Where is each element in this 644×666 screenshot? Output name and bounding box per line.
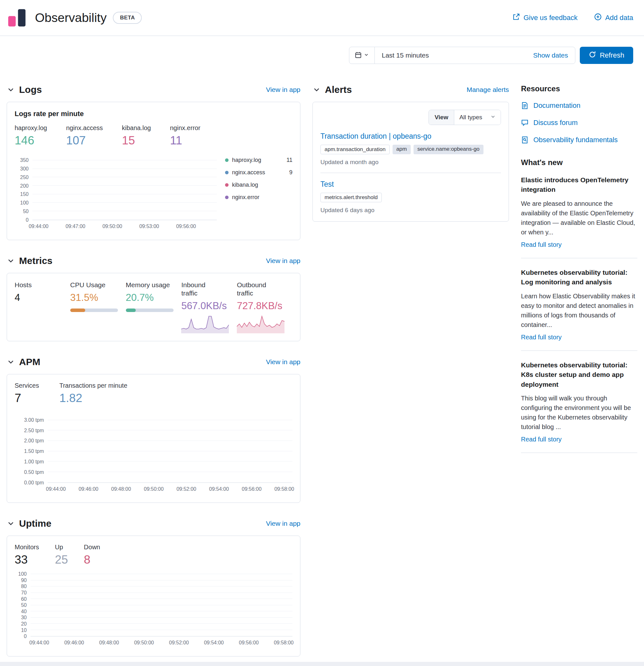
alert-type-select[interactable]: All types [454,110,501,125]
header-links: Give us feedback Add data [513,13,633,22]
logs-stat-nginx-access: nginx.access 107 [66,124,103,147]
news-list: Elastic introduces OpenTelemetry integra… [521,175,637,453]
page-bottom-strip [0,662,644,666]
show-dates-link[interactable]: Show dates [533,52,575,59]
beta-badge: BETA [113,12,142,24]
logs-view-in-app-link[interactable]: View in app [266,86,300,93]
y-axis-label: 0 [24,634,27,639]
y-axis-label: 50 [23,209,29,214]
x-axis-label: 09:58:00 [274,640,293,646]
manage-alerts-link[interactable]: Manage alerts [467,86,509,93]
middle-column: Alerts Manage alerts View All types [312,84,509,656]
uptime-heading: Uptime [19,518,52,529]
y-axis-label: 100 [18,571,27,577]
read-full-story-link[interactable]: Read full story [521,436,562,443]
logs-stat-kibana-log: kibana.log 15 [122,124,151,147]
x-axis-label: 09:47:00 [66,224,85,229]
observability-logo-icon [7,8,26,27]
divider [521,350,637,351]
chevron-down-icon [490,114,496,121]
y-axis-label: 40 [21,609,27,614]
y-axis-label: 20 [21,621,27,627]
page-title: Observability [35,11,107,25]
uptime-section: Uptime View in app Monitors 33 Up 25 Dow… [7,518,300,657]
x-axis-label: 09:58:00 [274,486,294,492]
uptime-up-stat: Up 25 [55,544,68,567]
resource-link-discuss-forum[interactable]: Discuss forum [521,119,637,127]
read-full-story-link[interactable]: Read full story [521,334,562,340]
legend-item-nginx-error[interactable]: nginx.error [225,191,292,204]
collapse-metrics-button[interactable] [7,257,15,265]
x-axis-label: 09:48:00 [111,486,131,492]
metrics-stats-row: Hosts 4 CPU Usage 31.5% Memory usage 20.… [15,281,292,334]
x-axis-label: 09:50:00 [134,640,154,646]
y-axis-label: 0 [26,217,29,223]
calendar-dropdown-button[interactable] [349,47,375,64]
metrics-section: Metrics View in app Hosts 4 CPU Usage 31… [7,256,300,341]
refresh-icon [589,51,596,60]
add-data-link[interactable]: Add data [594,13,633,22]
x-axis-label: 09:54:00 [204,640,224,646]
news-item: Kubernetes observability tutorial: K8s c… [521,360,637,443]
y-axis-label: 30 [21,615,27,620]
forum-icon [521,119,529,127]
resources-sidebar: Resources Documentation Discuss forum Ob… [521,84,637,656]
collapse-uptime-button[interactable] [7,520,15,528]
alerts-heading: Alerts [325,84,352,95]
progress-bar [126,309,174,312]
metrics-view-in-app-link[interactable]: View in app [266,257,300,265]
main-content: Logs View in app Logs rate per minute ha… [0,84,644,656]
legend-item-nginx-access[interactable]: nginx.access 9 [225,166,292,179]
alert-title-link[interactable]: Transaction duration | opbeans-go [320,132,501,141]
resource-link-observability-fundamentals[interactable]: Observability fundamentals [521,136,637,144]
y-axis-label: 150 [20,191,29,197]
metric-outbound-traffic: Outbound traffic 727.8KB/s [237,281,292,334]
resource-link-documentation[interactable]: Documentation [521,102,637,110]
divider [320,173,501,173]
legend-dot-icon [225,183,229,187]
y-axis-label: 2.00 tpm [24,438,44,444]
x-axis-label: 09:48:00 [99,640,119,646]
give-feedback-link[interactable]: Give us feedback [513,13,577,22]
time-range-value[interactable]: Last 15 minutes [375,52,533,59]
y-axis-label: 350 [20,157,29,163]
uptime-view-in-app-link[interactable]: View in app [266,520,300,527]
collapse-logs-button[interactable] [7,86,15,94]
alert-updated: Updated a month ago [320,159,501,166]
apm-section: APM View in app Services 7 Transactions … [7,356,300,503]
y-axis-label: 10 [21,628,27,633]
x-axis-label: 09:44:00 [29,224,48,229]
x-axis-label: 09:52:00 [176,486,196,492]
metric-cpu-usage: CPU Usage 31.5% [70,281,126,334]
apm-transactions-chart: 0.00 tpm0.50 tpm1.00 tpm1.50 tpm2.00 tpm… [15,410,292,495]
calendar-icon [355,52,362,59]
x-axis-label: 09:52:00 [169,640,189,646]
y-axis-label: 1.00 tpm [24,459,44,465]
legend-item-haproxy-log[interactable]: haproxy.log 11 [225,154,292,166]
apm-view-in-app-link[interactable]: View in app [266,358,300,366]
fundamentals-icon [521,136,529,144]
metrics-heading: Metrics [19,256,52,266]
plus-circle-icon [594,13,602,22]
collapse-alerts-button[interactable] [312,86,321,94]
logs-panel-title: Logs rate per minute [15,110,292,118]
y-axis-label: 300 [20,166,29,172]
alert-title-link[interactable]: Test [320,180,501,189]
y-axis-label: 250 [20,175,29,180]
collapse-apm-button[interactable] [7,358,15,366]
alerts-section: Alerts Manage alerts View All types [312,84,509,222]
uptime-monitors-stat: Monitors 33 [15,544,39,567]
time-toolbar: Last 15 minutes Show dates Refresh [0,36,644,64]
legend-item-kibana-log[interactable]: kibana.log [225,179,292,191]
x-axis-label: 09:54:00 [209,486,229,492]
alerts-list: Transaction duration | opbeans-go apm.tr… [320,132,501,214]
uptime-panel: Monitors 33 Up 25 Down 8 010203040506070… [7,536,300,657]
x-axis-label: 09:46:00 [78,486,98,492]
y-axis-label: 0.00 tpm [24,480,44,486]
y-axis-label: 90 [21,578,27,583]
read-full-story-link[interactable]: Read full story [521,241,562,248]
refresh-button[interactable]: Refresh [580,47,633,64]
divider [521,258,637,258]
logs-heading: Logs [19,84,42,95]
divider [521,453,637,453]
